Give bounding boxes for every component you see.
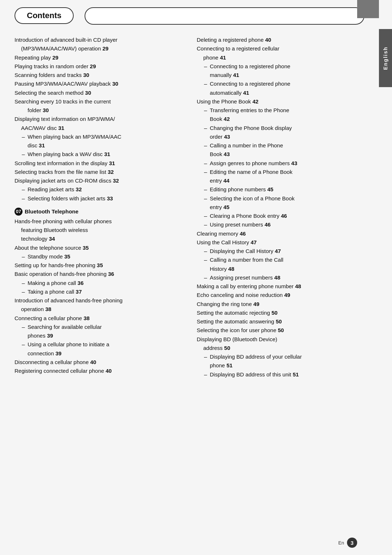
toc-dash-sub: Book 42 bbox=[197, 115, 364, 123]
toc-dash-sub: disc 31 bbox=[15, 141, 182, 150]
toc-dash-entry: –Taking a phone call 37 bbox=[15, 287, 182, 296]
toc-entry: Connecting a cellular phone 38 bbox=[15, 314, 182, 322]
section-heading-label: Bluetooth Telephone bbox=[25, 208, 78, 215]
toc-dash-entry: –Editing the name of a Phone Book bbox=[197, 168, 364, 176]
toc-dash-entry: –When playing back an MP3/WMA/AAC bbox=[15, 132, 182, 141]
toc-entry: operation 38 bbox=[15, 305, 182, 313]
toc-dash-entry: –Making a phone call 36 bbox=[15, 279, 182, 287]
toc-dash-entry: –Searching for available cellular bbox=[15, 323, 182, 331]
toc-entry: Registering connected cellular phone 40 bbox=[15, 367, 182, 375]
toc-dash-entry: –Connecting to a registered phone bbox=[197, 79, 364, 88]
toc-entry: Disconnecting a cellular phone 40 bbox=[15, 358, 182, 366]
header-area: Contents bbox=[15, 7, 364, 25]
english-tab: English bbox=[379, 29, 392, 87]
toc-entry: Pausing MP3/WMA/AAC/WAV playback 30 bbox=[15, 79, 182, 88]
toc-dash-entry: –Editing phone numbers 45 bbox=[197, 185, 364, 193]
footer-page-number: 3 bbox=[347, 538, 357, 548]
toc-entry: Selecting the search method 30 bbox=[15, 89, 182, 97]
toc-entry: Repeating play 29 bbox=[15, 53, 182, 62]
toc-dash-sub: History 48 bbox=[197, 265, 364, 273]
toc-entry: Using the Call History 47 bbox=[197, 238, 364, 246]
toc-dash-sub: Book 43 bbox=[197, 150, 364, 158]
toc-entry: About the telephone source 35 bbox=[15, 244, 182, 252]
toc-dash-entry: –Assigning preset numbers 48 bbox=[197, 273, 364, 282]
toc-dash-entry: –Calling a number from the Call bbox=[197, 256, 364, 264]
toc-entry: technology 34 bbox=[15, 234, 182, 243]
toc-entry: Changing the ring tone 49 bbox=[197, 300, 364, 308]
toc-dash-entry: –Using preset numbers 46 bbox=[197, 220, 364, 229]
toc-dash-sub: phones 39 bbox=[15, 331, 182, 340]
toc-entry: Setting up for hands-free phoning 35 bbox=[15, 261, 182, 269]
toc-dash-entry: –Connecting to a registered phone bbox=[197, 62, 364, 70]
left-column: Introduction of advanced built-in CD pla… bbox=[15, 36, 182, 379]
toc-entry: Using the Phone Book 42 bbox=[197, 97, 364, 106]
toc-columns: Introduction of advanced built-in CD pla… bbox=[15, 36, 364, 379]
toc-dash-entry: –Displaying the Call History 47 bbox=[197, 247, 364, 255]
toc-dash-sub: automatically 41 bbox=[197, 89, 364, 97]
toc-entry: AAC/WAV disc 31 bbox=[15, 124, 182, 132]
toc-dash-sub: order 43 bbox=[197, 132, 364, 141]
top-right-decoration bbox=[357, 0, 379, 18]
toc-dash-entry: –When playing back a WAV disc 31 bbox=[15, 150, 182, 158]
toc-dash-entry: –Clearing a Phone Book entry 46 bbox=[197, 212, 364, 220]
right-column: Deleting a registered phone 40Connecting… bbox=[197, 36, 364, 379]
toc-dash-sub: entry 45 bbox=[197, 203, 364, 211]
toc-entry: (MP3/WMA/AAC/WAV) operation 29 bbox=[15, 44, 182, 53]
footer-en-label: En bbox=[338, 540, 344, 546]
toc-entry: Basic operation of hands-free phoning 36 bbox=[15, 270, 182, 278]
toc-entry: Making a call by entering phone number 4… bbox=[197, 282, 364, 290]
toc-entry: Scanning folders and tracks 30 bbox=[15, 71, 182, 79]
toc-dash-entry: –Transferring entries to the Phone bbox=[197, 106, 364, 114]
section-heading: 07 Bluetooth Telephone bbox=[15, 208, 182, 216]
toc-dash-entry: –Selecting the icon of a Phone Book bbox=[197, 194, 364, 203]
toc-entry: Displaying text information on MP3/WMA/ bbox=[15, 115, 182, 123]
toc-entry: Setting the automatic answering 50 bbox=[197, 317, 364, 326]
toc-dash-sub: entry 44 bbox=[197, 176, 364, 185]
toc-dash-sub: manually 41 bbox=[197, 71, 364, 79]
section-number: 07 bbox=[15, 208, 23, 216]
toc-entry: Displaying jacket arts on CD-ROM discs 3… bbox=[15, 176, 182, 185]
toc-entry: address 50 bbox=[197, 344, 364, 352]
toc-entry: Selecting tracks from the file name list… bbox=[15, 168, 182, 176]
english-label: English bbox=[383, 46, 388, 70]
main-content: Contents Introduction of advanced built-… bbox=[0, 0, 379, 555]
toc-entry: Introduction of advanced hands-free phon… bbox=[15, 296, 182, 305]
toc-entry: Scrolling text information in the displa… bbox=[15, 159, 182, 167]
toc-entry: folder 30 bbox=[15, 106, 182, 114]
toc-entry: Deleting a registered phone 40 bbox=[197, 36, 364, 44]
toc-entry: Selecting the icon for user phone 50 bbox=[197, 326, 364, 334]
toc-entry: Clearing memory 46 bbox=[197, 229, 364, 238]
contents-title: Contents bbox=[15, 7, 74, 24]
toc-dash-entry: –Calling a number in the Phone bbox=[197, 141, 364, 150]
toc-entry: Playing tracks in random order 29 bbox=[15, 62, 182, 70]
toc-entry: Displaying BD (Bluetooth Device) bbox=[197, 335, 364, 343]
page: Contents Introduction of advanced built-… bbox=[0, 0, 392, 555]
toc-entry: Searching every 10 tracks in the current bbox=[15, 97, 182, 106]
toc-dash-entry: –Displaying BD address of this unit 51 bbox=[197, 370, 364, 379]
toc-dash-entry: –Displaying BD address of your cellular bbox=[197, 352, 364, 361]
toc-entry: featuring Bluetooth wireless bbox=[15, 226, 182, 234]
toc-dash-entry: –Changing the Phone Book display bbox=[197, 124, 364, 132]
toc-dash-entry: –Assign genres to phone numbers 43 bbox=[197, 159, 364, 167]
toc-entry: Echo canceling and noise reduction 49 bbox=[197, 291, 364, 299]
toc-entry: Setting the automatic rejecting 50 bbox=[197, 309, 364, 317]
toc-dash-entry: –Using a cellular phone to initiate a bbox=[15, 340, 182, 348]
toc-dash-sub: connection 39 bbox=[15, 349, 182, 358]
footer: En 3 bbox=[338, 538, 357, 548]
toc-dash-sub: phone 51 bbox=[197, 361, 364, 370]
header-right-box bbox=[85, 7, 364, 25]
toc-entry: Connecting to a registered cellular bbox=[197, 44, 364, 53]
toc-entry: phone 41 bbox=[197, 53, 364, 62]
toc-dash-entry: –Standby mode 35 bbox=[15, 252, 182, 261]
toc-dash-entry: –Reading jacket arts 32 bbox=[15, 185, 182, 193]
toc-entry: Hands-free phoning with cellular phones bbox=[15, 217, 182, 225]
toc-dash-entry: –Selecting folders with jacket arts 33 bbox=[15, 194, 182, 203]
toc-entry: Introduction of advanced built-in CD pla… bbox=[15, 36, 182, 44]
